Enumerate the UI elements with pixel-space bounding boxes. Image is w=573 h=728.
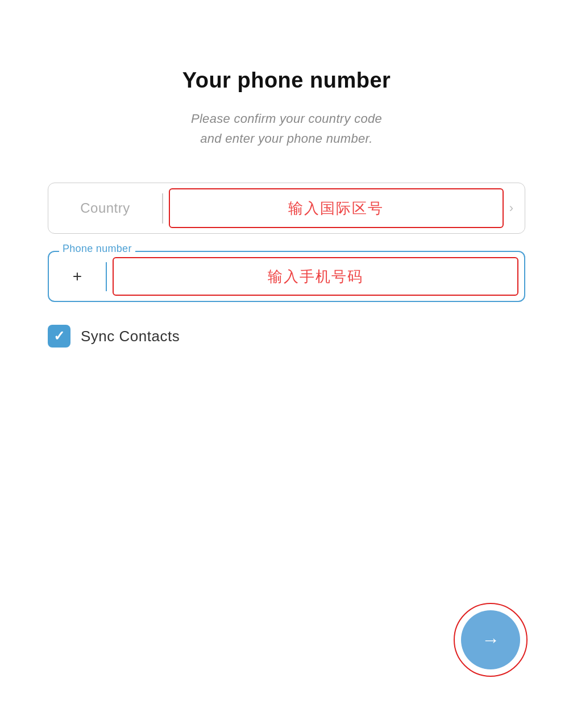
phone-input-box[interactable]: 输入手机号码	[113, 257, 519, 296]
page-title: Your phone number	[182, 68, 391, 93]
chevron-right-icon: ›	[509, 201, 513, 216]
next-button[interactable]: →	[461, 610, 520, 669]
sync-contacts-checkbox[interactable]: ✓	[48, 325, 70, 348]
phone-input-placeholder: 输入手机号码	[268, 267, 363, 287]
phone-code-prefix: +	[49, 267, 106, 286]
form-area: Country 输入国际区号 › Phone number + 输入手机号码 ✓…	[48, 183, 525, 348]
next-button-wrapper: →	[454, 603, 528, 677]
country-label: Country	[48, 200, 162, 216]
country-divider	[162, 193, 163, 224]
arrow-right-icon: →	[481, 630, 500, 651]
country-input-box[interactable]: 输入国际区号	[169, 188, 504, 228]
phone-number-field: Phone number + 输入手机号码	[48, 251, 525, 302]
page-subtitle: Please confirm your country code and ent…	[191, 109, 382, 148]
next-button-outline: →	[454, 603, 528, 677]
sync-contacts-row[interactable]: ✓ Sync Contacts	[48, 325, 525, 348]
country-input-placeholder: 输入国际区号	[288, 198, 384, 218]
phone-divider	[106, 262, 107, 292]
country-selector[interactable]: Country 输入国际区号 ›	[48, 183, 525, 234]
phone-row[interactable]: + 输入手机号码	[48, 251, 525, 302]
checkmark-icon: ✓	[53, 328, 65, 344]
sync-contacts-label: Sync Contacts	[81, 328, 180, 345]
phone-label: Phone number	[59, 243, 135, 255]
